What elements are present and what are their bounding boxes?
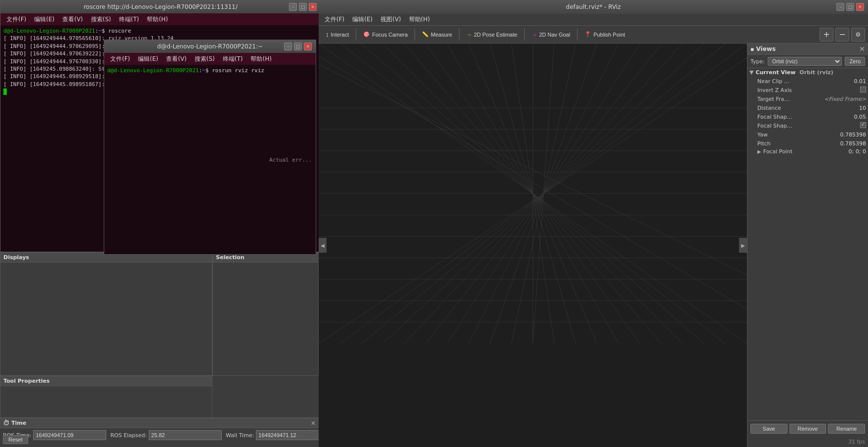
views-type-row: Type: Orbit (rviz) Zero [747, 55, 868, 68]
rviz-maximize-btn[interactable]: □ [846, 3, 854, 11]
views-panel: ▪ Views ✕ Type: Orbit (rviz) Zero ▼ Curr… [747, 44, 868, 447]
terminal-2-title: d@d-Lenovo-Legion-R7000P2021:~ [157, 43, 263, 50]
views-type-select[interactable]: Orbit (rviz) [768, 57, 842, 66]
terminal-2-close-btn[interactable]: ✕ [304, 43, 312, 50]
views-tree: ▼ Current View Orbit (rviz) Near Clip ..… [747, 68, 868, 420]
rviz-titlebar: default.rviz* - RViz － □ ✕ [319, 0, 868, 14]
focal-shape-size-prop-row: Focal Shap... 0.05 [747, 112, 868, 121]
terminal-2-menu-help[interactable]: 帮助(H) [247, 54, 275, 64]
views-action-buttons: Save Remove Rename [747, 420, 868, 437]
yaw-value[interactable]: 0.785398 [836, 132, 866, 138]
terminal-1-menu-search[interactable]: 搜索(S) [87, 14, 115, 25]
terminal-1-menu-view[interactable]: 查看(V) [58, 14, 87, 25]
near-clip-value[interactable]: 0.01 [836, 78, 866, 85]
rviz-grid-svg [319, 44, 747, 344]
current-view-label: Current View [755, 69, 795, 76]
terminal-1-menu-file[interactable]: 文件(F) [2, 14, 30, 25]
views-zero-button[interactable]: Zero [845, 57, 865, 66]
pose-estimate-tool-btn[interactable]: → 2D Pose Estimate [462, 30, 521, 39]
current-view-arrow: ▼ [749, 69, 753, 76]
rviz-menu-help[interactable]: 帮助(H) [405, 14, 434, 25]
views-save-button[interactable]: Save [750, 424, 787, 434]
terminal-2-maximize-btn[interactable]: □ [294, 43, 302, 50]
terminal-1-maximize-btn[interactable]: □ [299, 3, 307, 11]
rviz-menu-view[interactable]: 视图(V) [376, 14, 405, 25]
focal-shape-fixed-value [836, 122, 866, 130]
focus-camera-icon: 🎯 [363, 31, 370, 38]
focal-shape-fixed-prop-row: Focal Shap... [747, 121, 868, 130]
fps-value: 31 fps [848, 439, 865, 445]
views-rename-button[interactable]: Rename [828, 424, 865, 434]
rviz-titlebar-buttons: － □ ✕ [836, 3, 864, 11]
ros-elapsed-value[interactable] [149, 430, 222, 440]
terminal-1-menu-help[interactable]: 帮助(H) [143, 14, 171, 25]
interact-tool-btn[interactable]: ↕ Interact [322, 29, 353, 40]
focal-shape-fixed-label: Focal Shap... [757, 123, 836, 129]
terminal-1-menu-terminal[interactable]: 终端(T) [115, 14, 143, 25]
focal-shape-fixed-checkbox[interactable] [860, 122, 866, 128]
distance-value[interactable]: 10 [836, 105, 866, 111]
wall-time-label: Wall Time: [226, 432, 254, 439]
views-panel-title: ▪ Views [750, 45, 776, 52]
views-panel-close-btn[interactable]: ✕ [859, 45, 865, 53]
terminal-2-menu-file[interactable]: 文件(F) [106, 54, 134, 64]
ros-time-value[interactable] [33, 430, 106, 440]
focal-point-label: Focal Point [763, 148, 836, 155]
terminal-2-menu-terminal[interactable]: 终端(T) [219, 54, 247, 64]
focus-camera-tool-btn[interactable]: 🎯 Focus Camera [359, 30, 412, 39]
invert-z-label: Invert Z Axis [757, 87, 836, 93]
ros-elapsed-label: ROS Elapsed: [110, 432, 147, 439]
distance-label: Distance [757, 105, 836, 111]
terminal-1-minimize-btn[interactable]: － [289, 3, 297, 11]
rviz-toolbar: ↕ Interact 🎯 Focus Camera 📏 Measure → 2D… [319, 26, 868, 44]
time-bar-header: ⏱ Time ✕ [0, 418, 319, 428]
terminal-2-menubar: 文件(F) 编辑(E) 查看(V) 搜索(S) 终端(T) 帮助(H) [104, 53, 316, 65]
terminal-2-menu-edit[interactable]: 编辑(E) [134, 54, 162, 64]
collapse-right-arrow[interactable]: ▶ [739, 238, 747, 253]
views-remove-button[interactable]: Remove [789, 424, 827, 434]
terminal-2-titlebar: d@d-Lenovo-Legion-R7000P2021:~ － □ ✕ [104, 40, 316, 53]
terminal-2-menu-search[interactable]: 搜索(S) [191, 54, 219, 64]
measure-tool-btn[interactable]: 📏 Measure [418, 30, 456, 39]
time-reset-button[interactable]: Reset [3, 435, 28, 444]
terminal-1-menu-edit[interactable]: 编辑(E) [30, 14, 58, 25]
time-bar-close-btn[interactable]: ✕ [311, 420, 316, 427]
collapse-left-arrow[interactable]: ◀ [319, 238, 327, 253]
current-view-header: ▼ Current View Orbit (rviz) [747, 68, 868, 77]
interact-icon: ↕ [326, 31, 329, 38]
rviz-minimize-btn[interactable]: － [836, 3, 844, 11]
focal-point-value[interactable]: 0; 0; 0 [836, 148, 866, 155]
terminal-1-close-btn[interactable]: ✕ [309, 3, 317, 11]
views-panel-header: ▪ Views ✕ [747, 44, 868, 55]
pitch-prop-row: Pitch 0.785398 [747, 139, 868, 148]
invert-z-checkbox[interactable] [860, 87, 866, 92]
nav-goal-tool-btn[interactable]: → 2D Nav Goal [528, 30, 574, 39]
nav-goal-icon: → [532, 32, 537, 38]
invert-z-prop-row: Invert Z Axis [747, 86, 868, 94]
current-view-type: Orbit (rviz) [799, 69, 833, 76]
views-panel-title-text: Views [756, 45, 776, 52]
rviz-menu-edit[interactable]: 编辑(E) [348, 14, 376, 25]
tool-properties-panel: Tool Properties [0, 376, 212, 418]
publish-point-tool-btn[interactable]: 📍 Publish Point [580, 30, 629, 39]
terminal-2-menu-view[interactable]: 查看(V) [162, 54, 191, 64]
zoom-in-btn[interactable]: + [820, 28, 833, 42]
terminal-2-content: d@d-Lenovo-Legion-R7000P2021:~$ rosrun r… [104, 65, 316, 254]
focal-point-arrow: ▶ [757, 149, 761, 154]
zoom-out-btn[interactable]: − [835, 28, 849, 42]
terminal-2-buttons: － □ ✕ [284, 43, 312, 50]
target-frame-value[interactable]: <Fixed Frame> [824, 96, 866, 102]
pitch-value[interactable]: 0.785398 [836, 140, 866, 147]
settings-btn[interactable]: ⚙ [851, 28, 865, 42]
measure-icon: 📏 [422, 31, 429, 38]
reset-btn-container: Reset [3, 435, 28, 444]
rviz-viewport[interactable]: ◀ ▶ [319, 44, 747, 447]
display-panel: Displays [0, 252, 212, 376]
rviz-close-btn[interactable]: ✕ [856, 3, 864, 11]
rviz-menu-file[interactable]: 文件(F) [321, 14, 348, 25]
focal-shape-size-value[interactable]: 0.05 [836, 114, 866, 120]
focal-point-prop-row: ▶ Focal Point 0; 0; 0 [747, 148, 868, 155]
publish-point-icon: 📍 [584, 31, 591, 38]
terminal-2-minimize-btn[interactable]: － [284, 43, 292, 50]
near-clip-label: Near Clip ... [757, 78, 836, 85]
